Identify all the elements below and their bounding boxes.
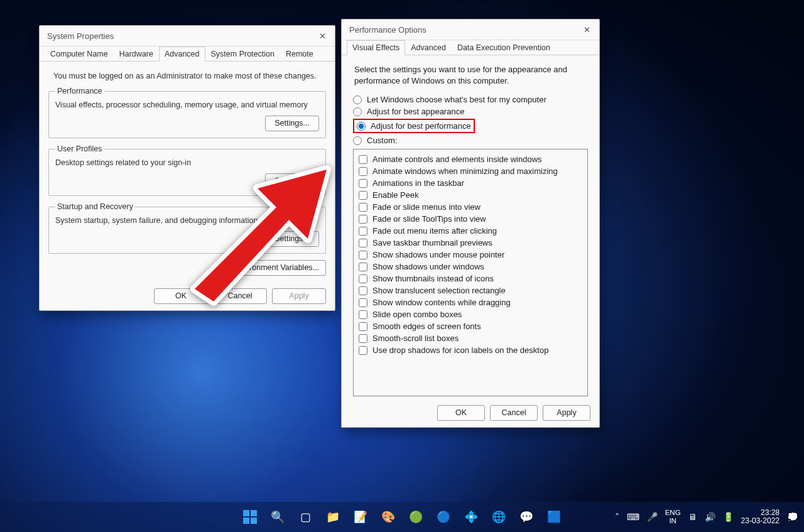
lang-region: IN bbox=[665, 517, 681, 525]
app-icon[interactable]: 🟦 bbox=[546, 509, 562, 525]
group-user-profiles-legend: User Profiles bbox=[55, 144, 104, 153]
task-view-icon[interactable]: ▢ bbox=[297, 509, 313, 525]
language-indicator[interactable]: ENG IN bbox=[665, 509, 681, 524]
checkbox-input[interactable] bbox=[359, 179, 367, 188]
tray-chevron-icon[interactable]: ˄ bbox=[615, 512, 619, 522]
group-performance-legend: Performance bbox=[55, 87, 104, 95]
checkbox-input[interactable] bbox=[359, 298, 367, 307]
titlebar[interactable]: Performance Options ✕ bbox=[342, 19, 599, 40]
tab-advanced[interactable]: Advanced bbox=[405, 40, 452, 55]
radio-let-windows-choose[interactable]: Let Windows choose what's best for my co… bbox=[353, 94, 588, 106]
check-item[interactable]: Use drop shadows for icon labels on the … bbox=[359, 344, 582, 356]
taskbar-right: ˄ ⌨ 🎤 ENG IN 🖥 🔊 🔋 23:28 23-03-2022 💭 bbox=[615, 509, 798, 525]
checkbox-input[interactable] bbox=[359, 227, 367, 236]
volume-icon[interactable]: 🔊 bbox=[705, 512, 715, 522]
radio-custom[interactable]: Custom: bbox=[353, 134, 588, 146]
tab-hardware[interactable]: Hardware bbox=[114, 46, 159, 62]
tab-advanced[interactable]: Advanced bbox=[159, 46, 205, 62]
battery-icon[interactable]: 🔋 bbox=[723, 512, 734, 522]
check-item[interactable]: Show window contents while dragging bbox=[359, 296, 582, 308]
checkbox-input[interactable] bbox=[359, 334, 367, 343]
check-item[interactable]: Fade out menu items after clicking bbox=[359, 225, 582, 237]
checkbox-input[interactable] bbox=[359, 310, 367, 319]
check-label: Fade or slide ToolTips into view bbox=[372, 214, 486, 224]
paint-icon[interactable]: 🎨 bbox=[380, 509, 396, 525]
admin-note: You must be logged on as an Administrato… bbox=[53, 72, 326, 80]
radio-input[interactable] bbox=[353, 107, 362, 116]
checkbox-input[interactable] bbox=[359, 191, 367, 200]
check-label: Save taskbar thumbnail previews bbox=[372, 238, 492, 247]
check-item[interactable]: Fade or slide ToolTips into view bbox=[359, 213, 582, 225]
radio-input[interactable] bbox=[353, 136, 362, 145]
radio-best-performance[interactable]: Adjust for best performance bbox=[357, 121, 471, 131]
check-item[interactable]: Show shadows under mouse pointer bbox=[359, 249, 582, 261]
svg-rect-1 bbox=[251, 510, 257, 516]
chrome-icon[interactable]: 🌐 bbox=[491, 509, 507, 525]
check-label: Show translucent selection rectangle bbox=[372, 286, 506, 295]
svg-rect-0 bbox=[243, 510, 249, 516]
date: 23-03-2022 bbox=[741, 517, 780, 525]
check-item[interactable]: Show translucent selection rectangle bbox=[359, 285, 582, 296]
radio-label: Adjust for best appearance bbox=[367, 107, 464, 116]
performance-settings-button[interactable]: Settings... bbox=[265, 116, 319, 131]
checkbox-input[interactable] bbox=[359, 167, 367, 176]
titlebar[interactable]: System Properties ✕ bbox=[40, 26, 335, 46]
check-label: Slide open combo boxes bbox=[372, 310, 462, 319]
radio-best-appearance[interactable]: Adjust for best appearance bbox=[353, 106, 588, 117]
word-icon[interactable]: 🔵 bbox=[435, 509, 452, 525]
check-item[interactable]: Enable Peek bbox=[359, 189, 582, 201]
tab-dep[interactable]: Data Execution Prevention bbox=[452, 40, 556, 55]
checkbox-input[interactable] bbox=[359, 346, 367, 355]
tab-remote[interactable]: Remote bbox=[280, 46, 319, 62]
checkbox-input[interactable] bbox=[359, 274, 367, 283]
clock[interactable]: 23:28 23-03-2022 bbox=[741, 509, 780, 525]
tab-visual-effects[interactable]: Visual Effects bbox=[347, 40, 405, 55]
search-icon[interactable]: 🔍 bbox=[269, 509, 286, 525]
check-item[interactable]: Show thumbnails instead of icons bbox=[359, 273, 582, 285]
keyboard-icon[interactable]: ⌨ bbox=[627, 512, 639, 522]
check-item[interactable]: Smooth-scroll list boxes bbox=[359, 332, 582, 344]
lang-code: ENG bbox=[665, 509, 681, 517]
checkbox-input[interactable] bbox=[359, 203, 367, 212]
start-button[interactable] bbox=[242, 509, 258, 525]
check-label: Animate controls and elements inside win… bbox=[372, 155, 542, 164]
checkbox-input[interactable] bbox=[359, 322, 367, 331]
check-label: Fade or slide menus into view bbox=[372, 202, 481, 212]
checkbox-input[interactable] bbox=[359, 239, 367, 247]
tab-system-protection[interactable]: System Protection bbox=[205, 46, 280, 62]
sticky-notes-icon[interactable]: 📝 bbox=[352, 509, 369, 525]
ok-button[interactable]: OK bbox=[437, 405, 485, 421]
radio-input[interactable] bbox=[353, 95, 362, 104]
discord-icon[interactable]: 💬 bbox=[518, 509, 535, 525]
svg-rect-3 bbox=[251, 518, 257, 524]
checkbox-input[interactable] bbox=[359, 155, 367, 164]
check-item[interactable]: Show shadows under windows bbox=[359, 261, 582, 273]
network-icon[interactable]: 🖥 bbox=[688, 512, 697, 522]
check-item[interactable]: Fade or slide menus into view bbox=[359, 201, 582, 213]
tab-computer-name[interactable]: Computer Name bbox=[45, 46, 114, 62]
close-icon[interactable]: ✕ bbox=[578, 22, 595, 37]
checkbox-input[interactable] bbox=[359, 215, 367, 224]
cancel-button[interactable]: Cancel bbox=[490, 405, 538, 421]
checkbox-input[interactable] bbox=[359, 286, 367, 295]
check-item[interactable]: Animate windows when minimizing and maxi… bbox=[359, 165, 582, 177]
check-item[interactable]: Animations in the taskbar bbox=[359, 177, 582, 189]
performance-options-window: Performance Options ✕ Visual Effects Adv… bbox=[341, 19, 600, 428]
check-item[interactable]: Smooth edges of screen fonts bbox=[359, 320, 582, 332]
vscode-icon[interactable]: 💠 bbox=[463, 509, 479, 525]
whatsapp-icon[interactable]: 🟢 bbox=[408, 509, 424, 525]
check-item[interactable]: Slide open combo boxes bbox=[359, 308, 582, 320]
check-item[interactable]: Animate controls and elements inside win… bbox=[359, 153, 582, 165]
checkbox-input[interactable] bbox=[359, 263, 367, 271]
visual-effects-list[interactable]: Animate controls and elements inside win… bbox=[353, 149, 588, 396]
checkbox-input[interactable] bbox=[359, 251, 367, 259]
taskbar: 🔍 ▢ 📁 📝 🎨 🟢 🔵 💠 🌐 💬 🟦 ˄ ⌨ 🎤 ENG IN 🖥 🔊 🔋… bbox=[0, 502, 804, 532]
radio-input[interactable] bbox=[357, 122, 366, 131]
check-item[interactable]: Save taskbar thumbnail previews bbox=[359, 237, 582, 249]
check-label: Fade out menu items after clicking bbox=[372, 226, 497, 236]
file-explorer-icon[interactable]: 📁 bbox=[325, 509, 341, 525]
close-icon[interactable]: ✕ bbox=[313, 28, 331, 43]
microphone-icon[interactable]: 🎤 bbox=[647, 512, 658, 522]
apply-button[interactable]: Apply bbox=[543, 405, 590, 421]
notifications-icon[interactable]: 💭 bbox=[787, 512, 798, 522]
